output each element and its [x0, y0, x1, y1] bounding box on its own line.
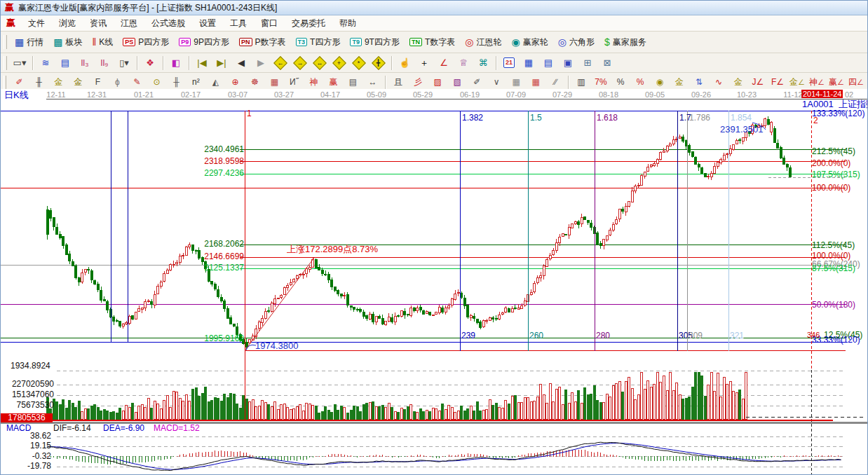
menu-item-settings[interactable]: 设置	[192, 15, 223, 32]
chart-canvas[interactable]: 日K线 2014-11-24 02 1A0001 上证指数 1934.8924 …	[1, 89, 868, 475]
gann-spiral-button[interactable]: ϕ	[108, 76, 126, 90]
menu-item-formula-stock-pick[interactable]: 公式选股	[144, 15, 192, 32]
toolbar-button-kline[interactable]: ‖K线	[87, 35, 118, 50]
toolbar-button-hexagon[interactable]: ◎六角形	[553, 35, 599, 50]
gann-v-lines-button[interactable]: ∨	[487, 76, 506, 90]
tool-kline-style-button[interactable]: ▭▾	[11, 55, 29, 71]
tool-pan-left-button[interactable]: ←	[271, 55, 290, 71]
tool-calculator-button[interactable]: ▦	[520, 55, 538, 71]
gann-compass-button[interactable]: ⊕	[226, 76, 244, 90]
gann-fan-box-2-button[interactable]: ▧	[448, 76, 466, 90]
gann-gold-comb-button[interactable]: 金	[49, 76, 67, 90]
tool-prev-button[interactable]: ◀	[232, 55, 250, 71]
tool-candle-type-button[interactable]: ▯▾	[115, 55, 133, 71]
tool-note-button[interactable]: ▤	[56, 55, 74, 71]
tool-hand-tool-button[interactable]: ☝	[395, 55, 414, 71]
gann-ying-tool-button[interactable]: 赢	[324, 76, 342, 90]
menu-item-window[interactable]: 窗口	[254, 15, 285, 32]
tool-import-button[interactable]: ⊠	[598, 55, 616, 71]
gann-wheel-icon: ◎	[465, 37, 473, 47]
gann-gold-line-button[interactable]: 金	[670, 76, 689, 90]
menu-item-news[interactable]: 资讯	[83, 15, 114, 32]
gann-grid-button[interactable]: ▦	[507, 76, 525, 90]
tool-pattern-button[interactable]: ❖	[141, 55, 159, 71]
tool-bars-3-button[interactable]: ll₃	[76, 55, 94, 71]
gann-comb-button[interactable]: ╫	[29, 76, 48, 90]
gann-percent-line-button[interactable]: %	[631, 76, 649, 90]
gann-starburst-button[interactable]: ☸	[245, 76, 264, 90]
toolbar-button-9t-square[interactable]: T99T四方形	[345, 35, 405, 50]
tool-next-button[interactable]: ▶	[252, 55, 270, 71]
gann-gold-2-button[interactable]: 金	[729, 76, 747, 90]
kline-chart[interactable]	[1, 89, 868, 475]
menu-item-gann[interactable]: 江恩	[114, 15, 144, 32]
menu-item-file[interactable]: 文件	[21, 15, 52, 32]
tool-crown-tool-button[interactable]: ♕	[454, 55, 473, 71]
tool-flag-chart-button[interactable]: ◧	[167, 55, 185, 71]
toolbar-button-t-number-table[interactable]: TNT数字表	[405, 35, 460, 50]
menu-item-view[interactable]: 浏览	[52, 15, 83, 32]
gann-h-measure-button[interactable]: ↔	[363, 76, 381, 90]
tool-pan-right-button[interactable]: →	[291, 55, 309, 71]
toolbar-button-winner-wheel[interactable]: ◉赢家轮	[507, 35, 553, 50]
gann-grid-red-button[interactable]: ▦	[527, 76, 545, 90]
tool-zoom-horizontal-button[interactable]: ↔	[311, 55, 329, 71]
gann-wave-a-button[interactable]: ∿	[710, 76, 728, 90]
tool-angle-tool-button[interactable]: ∠	[435, 55, 453, 71]
gann-shen-angle-button[interactable]: 神∠	[808, 76, 826, 90]
tool-last-page-button[interactable]: ▶|	[212, 55, 231, 71]
tool-crosshair-tool-button[interactable]: ＋	[415, 55, 433, 71]
gann-web-button[interactable]: ▦	[265, 76, 283, 90]
gann-clock-button[interactable]: ⊙	[147, 76, 165, 90]
toolbar-button-gann-wheel[interactable]: ◎江恩轮	[460, 35, 506, 50]
gann-percent-7-button[interactable]: 7%	[592, 76, 610, 90]
tool-bars-9-button[interactable]: ll₉	[95, 55, 114, 71]
menu-item-help[interactable]: 帮助	[332, 15, 363, 32]
menu-item-tools[interactable]: 工具	[223, 15, 254, 32]
gann-grid-123-button[interactable]: ▤	[344, 76, 362, 90]
gann-fan-lines-button[interactable]: 彡	[409, 76, 427, 90]
gann-pillar-button[interactable]: 且	[389, 76, 407, 90]
toolbar-button-p-number-table[interactable]: PNP数字表	[234, 35, 291, 50]
gann-i-marks-button[interactable]: И˝	[285, 76, 303, 90]
tool-zoom-all-button[interactable]: *	[350, 55, 368, 71]
prev-icon: ◀	[238, 58, 245, 67]
tool-brain-tool-button[interactable]: ⌘	[474, 55, 492, 71]
gann-slashes-button[interactable]: ∕∕	[546, 76, 564, 90]
tool-wave-button[interactable]: ≋	[36, 55, 55, 71]
gann-fan-box-button[interactable]: ▨	[428, 76, 447, 90]
gann-gold-circle-button[interactable]: ◉	[651, 76, 669, 90]
gann-f-comb-button[interactable]: F	[88, 76, 107, 90]
gann-n-square-button[interactable]: n²	[187, 76, 205, 90]
gann-four-angle-button[interactable]: 四∠	[847, 76, 865, 90]
gann-pen-button[interactable]: ✐	[10, 76, 28, 90]
gann-updown-button[interactable]: ⇅	[690, 76, 708, 90]
toolbar-button-winner-service[interactable]: $赢家服务	[599, 35, 651, 50]
gann-pencil-button[interactable]: ✐	[468, 76, 486, 90]
gann-comb-2-button[interactable]: ╫	[167, 76, 185, 90]
toolbar-button-t-square[interactable]: T3T四方形	[291, 35, 346, 50]
gann-triangle-button[interactable]: ◭	[206, 76, 224, 90]
gann-shen-tool-button[interactable]: 神	[304, 76, 323, 90]
gann-gold-angle-button[interactable]: 金∠	[788, 76, 806, 90]
gann-j-angle-button[interactable]: J∠	[749, 76, 767, 90]
toolbar-button-9p-square[interactable]: P99P四方形	[174, 35, 234, 50]
gann-gold-comb-2-button[interactable]: 金	[69, 76, 87, 90]
toolbar-button-p-square[interactable]: PSP四方形	[118, 35, 174, 50]
tool-notepad-button[interactable]: ▤	[539, 55, 557, 71]
starburst-icon: ☸	[251, 78, 259, 87]
toolbar-button-sectors[interactable]: ▩板块	[48, 35, 87, 50]
tool-zoom-in-button[interactable]: +	[330, 55, 348, 71]
tool-save-button[interactable]: ▣	[559, 55, 577, 71]
gann-ying-angle-button[interactable]: 赢∠	[827, 76, 846, 90]
gann-bars-tool-button[interactable]: ▥	[572, 76, 590, 90]
tool-export-button[interactable]: ⊞	[578, 55, 597, 71]
tool-calendar-button[interactable]: 21	[500, 55, 518, 71]
tool-first-page-button[interactable]: |◀	[193, 55, 211, 71]
gann-f-angle-button[interactable]: F∠	[768, 76, 787, 90]
toolbar-button-quotes[interactable]: ▦行情	[10, 35, 48, 50]
tool-zoom-out-button[interactable]: ╋	[369, 55, 388, 71]
menu-item-trade[interactable]: 交易委托	[285, 15, 332, 32]
gann-crayon-button[interactable]: ✎	[128, 76, 146, 90]
gann-percent-button[interactable]: %	[611, 76, 630, 90]
